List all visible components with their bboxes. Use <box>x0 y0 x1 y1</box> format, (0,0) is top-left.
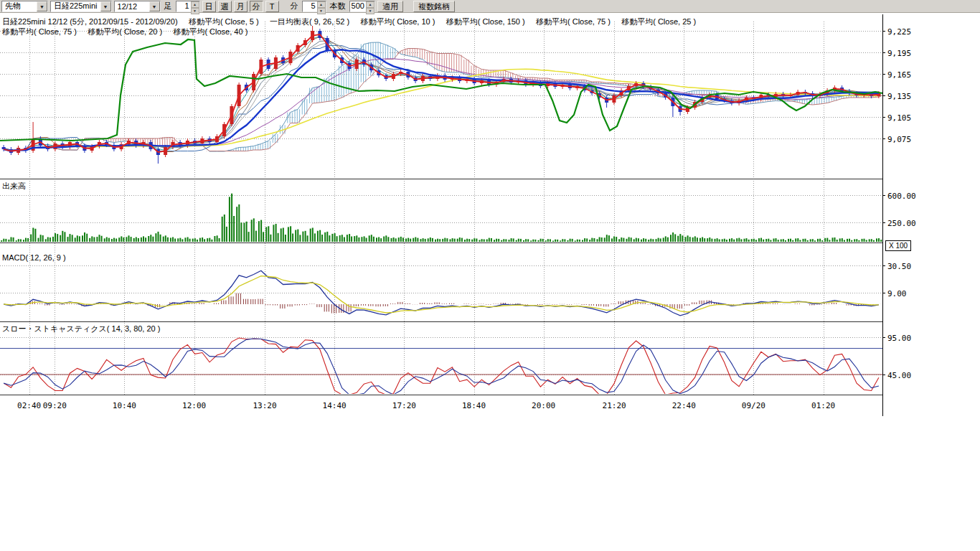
spinner-up-icon[interactable]: ▲ <box>366 1 374 8</box>
svg-text:95.00: 95.00 <box>887 334 911 343</box>
minute-interval-spinner[interactable]: 5 ▲▼ <box>302 1 326 12</box>
bar-interval-value: 1 <box>176 1 191 11</box>
spinner-up-icon[interactable]: ▲ <box>317 1 326 8</box>
svg-text:01:20: 01:20 <box>811 401 835 410</box>
spinner-arrows[interactable]: ▲▼ <box>317 1 326 11</box>
multi-symbol-button[interactable]: 複数銘柄 <box>413 1 455 12</box>
svg-text:02:40: 02:40 <box>17 401 41 410</box>
period-minute-button[interactable]: 分 <box>250 1 263 12</box>
svg-text:9,165: 9,165 <box>887 70 911 80</box>
market-select[interactable]: 先物 ▼ <box>1 1 48 12</box>
chevron-down-icon[interactable]: ▼ <box>100 1 111 11</box>
svg-text:09:20: 09:20 <box>43 401 67 410</box>
bar-count-label: 本数 <box>329 1 347 11</box>
svg-text:9,225: 9,225 <box>887 27 911 37</box>
trading-app-window: 先物 ▼ 日経225mini ▼ 12/12 ▼ 足 1 ▲▼ 日 週 月 分 … <box>0 0 980 551</box>
contract-month-select[interactable]: 12/12 ▼ <box>114 1 161 12</box>
spinner-arrows[interactable]: ▲▼ <box>191 1 199 11</box>
svg-text:9,195: 9,195 <box>887 49 911 58</box>
bar-interval-spinner[interactable]: 1 ▲▼ <box>176 1 200 12</box>
period-tick-button[interactable]: T <box>265 1 279 12</box>
svg-text:20:00: 20:00 <box>532 401 555 410</box>
spinner-down-icon[interactable]: ▼ <box>366 8 374 14</box>
svg-text:12:00: 12:00 <box>182 401 206 410</box>
svg-text:250.00: 250.00 <box>887 219 916 228</box>
volume-pane-label: 出来高 <box>2 181 26 192</box>
svg-text:14:40: 14:40 <box>323 401 347 410</box>
svg-text:09/20: 09/20 <box>742 401 765 410</box>
svg-text:45.00: 45.00 <box>887 371 911 380</box>
market-select-value: 先物 <box>2 1 37 11</box>
svg-text:17:20: 17:20 <box>392 401 416 410</box>
spinner-down-icon[interactable]: ▼ <box>191 8 199 14</box>
symbol-select-value: 日経225mini <box>51 1 100 11</box>
chevron-down-icon[interactable]: ▼ <box>37 1 47 11</box>
period-week-button[interactable]: 週 <box>218 1 232 12</box>
svg-text:10:40: 10:40 <box>113 401 136 410</box>
stochastics-pane-label: スロー・ストキャスティクス( 14, 3, 80, 20 ) <box>2 324 160 334</box>
period-month-button[interactable]: 月 <box>234 1 248 12</box>
spinner-down-icon[interactable]: ▼ <box>317 8 326 14</box>
spinner-arrows[interactable]: ▲▼ <box>366 1 374 11</box>
svg-text:21:20: 21:20 <box>603 401 626 410</box>
bar-count-value: 500 <box>350 1 366 11</box>
volume-unit-multiplier: X 100 <box>885 240 911 251</box>
svg-text:30.50: 30.50 <box>887 262 911 271</box>
bar-count-spinner[interactable]: 500 ▲▼ <box>349 1 375 12</box>
svg-text:13:20: 13:20 <box>253 401 276 410</box>
chart-title: 日経225mini 12/12 (5分, 2012/09/15 - 2012/0… <box>2 17 696 27</box>
toolbar: 先物 ▼ 日経225mini ▼ 12/12 ▼ 足 1 ▲▼ 日 週 月 分 … <box>0 0 980 13</box>
svg-text:600.00: 600.00 <box>887 192 916 201</box>
minute-label: 分 <box>289 1 300 11</box>
chevron-down-icon[interactable]: ▼ <box>149 1 160 11</box>
apply-button[interactable]: 適用 <box>377 1 403 12</box>
bar-type-label: 足 <box>163 1 174 11</box>
svg-text:9,135: 9,135 <box>887 92 911 101</box>
minute-interval-value: 5 <box>303 1 317 11</box>
symbol-select[interactable]: 日経225mini ▼ <box>50 1 112 12</box>
contract-month-value: 12/12 <box>115 2 149 11</box>
macd-pane-label: MACD( 12, 26, 9 ) <box>2 253 66 262</box>
chart-canvas[interactable]: 9,2259,1959,1659,1359,1059,075600.00250.… <box>0 0 980 430</box>
svg-text:9,075: 9,075 <box>887 135 911 144</box>
svg-text:18:40: 18:40 <box>462 401 486 410</box>
svg-text:9.00: 9.00 <box>887 289 907 298</box>
svg-text:9,105: 9,105 <box>887 113 911 123</box>
spinner-up-icon[interactable]: ▲ <box>191 1 199 8</box>
svg-text:22:40: 22:40 <box>672 401 696 410</box>
period-day-button[interactable]: 日 <box>202 1 216 12</box>
chart-indicator-list: 移動平均( Close, 75 ) 移動平均( Close, 20 ) 移動平均… <box>2 27 248 37</box>
